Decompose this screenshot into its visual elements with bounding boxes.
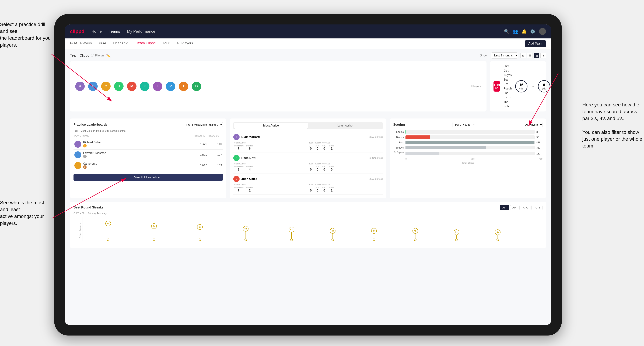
grid-view-button[interactable]: ⊞ — [520, 53, 526, 58]
streak-line-10 — [498, 235, 498, 238]
leaderboard-column-headers: PLAYER NAME PB SCORE PB AVG SQ — [74, 135, 223, 137]
drill-select[interactable]: PUTT Must Make Putting... — [184, 122, 223, 127]
activity-avatar-1: B — [233, 134, 240, 140]
main-content: Team Clippd 14 Players ✏️ Show: Last 3 m… — [65, 49, 551, 325]
list-view-button[interactable]: ☰ — [527, 53, 533, 58]
lb-name-3: Cameron... — [83, 162, 97, 165]
nav-link-teams[interactable]: Teams — [109, 29, 120, 34]
subnav-hcaps[interactable]: Hcaps 1-5 — [113, 41, 129, 46]
practice-col-2: Practice 4 — [246, 166, 253, 172]
streaks-subtitle: Off The Tee, Fairway Accuracy — [74, 212, 542, 215]
lb-name-2: Edward Crossman — [83, 152, 106, 155]
player-filter-select[interactable]: All Players — [523, 122, 542, 127]
birdies-label: Birdies — [393, 136, 404, 139]
lb-score-2: 18/20 — [193, 153, 207, 156]
practice-activities-group-1: Total Practice Activities OTT 0 APP 0 — [309, 142, 383, 151]
practice-activities-values-2: OTT0 APP0 ARG0 PUTT0 — [309, 166, 383, 172]
ipad-screen: clippd Home Teams My Performance 🔍 👥 🔔 ⚙… — [65, 24, 551, 325]
show-select[interactable]: Last 3 months — [491, 52, 518, 58]
arg-filter-button[interactable]: ARG — [520, 205, 530, 210]
lb-score-3: 17/20 — [193, 164, 207, 167]
player-avatar-8[interactable]: P — [166, 82, 175, 91]
search-button[interactable]: 🔍 — [504, 29, 509, 34]
settings-button[interactable]: ⚙️ — [530, 29, 536, 34]
activity-player-3: J Josh Coles 26 Aug 2023 Total Rounds To… — [233, 174, 382, 195]
streaks-card: Best Round Streaks OTT APP ARG PUTT Off … — [70, 202, 546, 248]
least-active-tab[interactable]: Least Active — [308, 123, 382, 129]
subnav-pgat[interactable]: PGAT Players — [70, 41, 92, 46]
col-score: PB SCORE — [194, 135, 208, 137]
player-avatar-2[interactable]: E — [88, 82, 98, 91]
player-avatar-3[interactable]: C — [101, 82, 110, 91]
player-avatar-1[interactable]: R — [75, 82, 85, 91]
dbogeys-label: D. Bogeys + — [393, 151, 404, 156]
subnav-pga[interactable]: PGA — [99, 41, 106, 46]
player-count: 14 Players — [91, 54, 104, 57]
yds-circle-1: 16 yds — [515, 80, 528, 92]
ott-filter-button[interactable]: OTT — [500, 205, 509, 210]
birdies-bar-row: Birdies 96 — [393, 135, 542, 139]
activity-stats-1: Total Rounds Tournament 7 Practice 6 — [233, 142, 382, 151]
sub-nav: PGAT Players PGA Hcaps 1-5 Team Clippd T… — [65, 38, 551, 49]
streak-point-6: 4x — [330, 228, 336, 241]
activity-name-3: J Josh Coles — [233, 176, 257, 182]
notifications-button[interactable]: 🔔 — [522, 29, 527, 34]
birdies-track — [406, 135, 534, 139]
bogeys-bar-row: Bogeys 311 — [393, 146, 542, 149]
nav-logo: clippd — [70, 29, 84, 34]
ott-col-1: OTT 0 — [309, 145, 313, 151]
lb-avg-3: 103 — [208, 164, 222, 167]
scoring-card: Scoring Par 3, 4 & 5s All Players Eagles — [390, 119, 546, 198]
col-player: PLAYER NAME — [74, 135, 194, 137]
streak-badge-10: 3x — [495, 229, 500, 235]
player-avatar-5[interactable]: M — [127, 82, 136, 91]
player-avatar-6[interactable]: K — [140, 82, 150, 91]
streak-dot-4 — [244, 238, 247, 241]
player-avatar-4[interactable]: J — [114, 82, 124, 91]
nav-link-performance[interactable]: My Performance — [127, 29, 155, 34]
subnav-team[interactable]: Team Clippd — [136, 41, 156, 46]
player-avatar-7[interactable]: L — [153, 82, 162, 91]
leaderboard-row-3: Cameron... 3 17/20 103 — [74, 160, 223, 171]
scoring-bar-chart: Eagles 3 Birdies 96 — [393, 130, 542, 164]
streak-badge-3: 6x — [197, 224, 203, 230]
team-name: Team Clippd — [70, 53, 90, 57]
nav-icons: 🔍 👥 🔔 ⚙️ — [504, 28, 546, 35]
pars-track — [406, 141, 534, 144]
subnav-tour[interactable]: Tour — [162, 41, 170, 46]
nav-link-home[interactable]: Home — [91, 29, 102, 34]
streak-dot-7 — [373, 238, 375, 241]
add-team-button[interactable]: Add Team — [525, 40, 546, 47]
nav-bar: clippd Home Teams My Performance 🔍 👥 🔔 ⚙… — [65, 24, 551, 38]
streak-dot-1 — [107, 238, 110, 241]
streak-point-8: 4x — [412, 228, 418, 241]
putt-filter-button[interactable]: PUTT — [532, 205, 542, 210]
card-view-button[interactable]: ▦ — [534, 53, 539, 58]
edit-icon[interactable]: ✏️ — [106, 53, 110, 58]
par-filter-select[interactable]: Par 3, 4 & 5s — [452, 122, 475, 127]
view-full-leaderboard-button[interactable]: View Full Leaderboard — [74, 174, 223, 181]
show-label: Show: — [480, 54, 488, 57]
player-avatar-9[interactable]: T — [179, 82, 188, 91]
activity-player-1: B Blair McHarg 26 Aug 2023 Total Rounds … — [233, 132, 382, 153]
most-active-tab[interactable]: Most Active — [234, 123, 308, 129]
practice-activities-values-1: OTT 0 APP 0 ARG 0 — [309, 145, 383, 151]
shot-number: 198 — [494, 83, 500, 87]
app-filter-button[interactable]: APP — [510, 205, 520, 210]
players-label: Players — [471, 85, 481, 88]
shot-badge: 198 SG — [494, 81, 500, 92]
scoring-title: Scoring — [393, 123, 405, 127]
yds1-value: 16 — [519, 83, 524, 87]
users-button[interactable]: 👥 — [513, 29, 518, 34]
player-avatar-10[interactable]: B — [192, 82, 201, 91]
activity-date-1: 26 Aug 2023 — [369, 136, 383, 138]
streak-badge-7: 4x — [371, 228, 377, 234]
sort-button[interactable]: ⇅ — [540, 53, 546, 58]
annotation-top-right: Here you can see how the team have score… — [582, 101, 642, 149]
birdies-value: 96 — [536, 136, 542, 139]
activity-header-3: J Josh Coles 26 Aug 2023 — [233, 176, 382, 182]
activity-stats-3: Total Rounds Tournament 7 Practice 2 — [233, 183, 382, 192]
yds-circle-2: 0 yds — [538, 80, 550, 92]
avatar[interactable] — [539, 28, 546, 35]
subnav-all[interactable]: All Players — [176, 41, 193, 46]
